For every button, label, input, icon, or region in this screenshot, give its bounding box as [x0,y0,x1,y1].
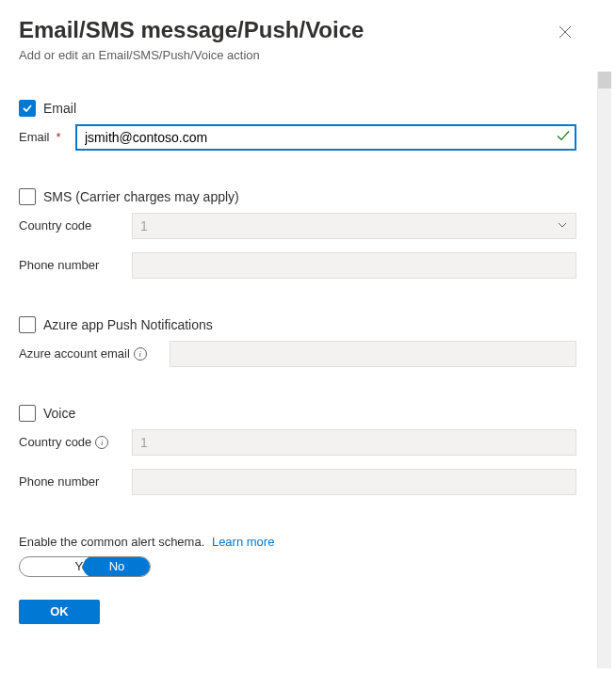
email-input[interactable] [75,124,576,151]
scroll-arrow-up[interactable] [598,72,611,88]
push-email-label: Azure account email i [19,346,170,361]
sms-countrycode-label: Country code [19,218,132,233]
sms-checkbox-label[interactable]: SMS (Carrier charges may apply) [43,189,239,204]
chevron-down-icon [557,218,568,233]
voice-phone-label: Phone number [19,474,132,489]
voice-countrycode-label: Country code i [19,435,132,449]
info-icon[interactable]: i [95,436,108,449]
push-checkbox-label[interactable]: Azure app Push Notifications [43,317,213,332]
valid-icon [556,128,571,146]
sms-countrycode-select[interactable]: 1 [132,213,576,239]
check-icon [22,103,33,114]
schema-toggle[interactable]: Yes No [19,556,151,577]
voice-checkbox[interactable] [19,405,36,422]
voice-countrycode-input[interactable] [132,429,576,456]
push-checkbox[interactable] [19,316,36,333]
email-checkbox[interactable] [19,100,36,117]
voice-phone-input[interactable] [132,469,576,495]
toggle-no[interactable]: No [83,556,151,577]
sms-checkbox[interactable] [19,188,36,205]
panel-title: Email/SMS message/Push/Voice [19,17,364,44]
sms-phone-label: Phone number [19,258,132,272]
schema-label: Enable the common alert schema. [19,535,204,549]
close-icon [559,25,572,39]
ok-button[interactable]: OK [19,600,100,624]
panel-subtitle: Add or edit an Email/SMS/Push/Voice acti… [19,48,364,62]
voice-checkbox-label[interactable]: Voice [43,406,75,421]
learn-more-link[interactable]: Learn more [212,535,274,549]
info-icon[interactable]: i [134,347,147,361]
sms-phone-input[interactable] [132,252,576,279]
email-checkbox-label[interactable]: Email [43,101,76,116]
close-button[interactable] [554,21,576,43]
email-field-label: Email* [19,130,75,144]
scrollbar[interactable] [597,72,611,668]
push-email-input[interactable] [170,341,576,367]
required-asterisk: * [57,130,61,144]
